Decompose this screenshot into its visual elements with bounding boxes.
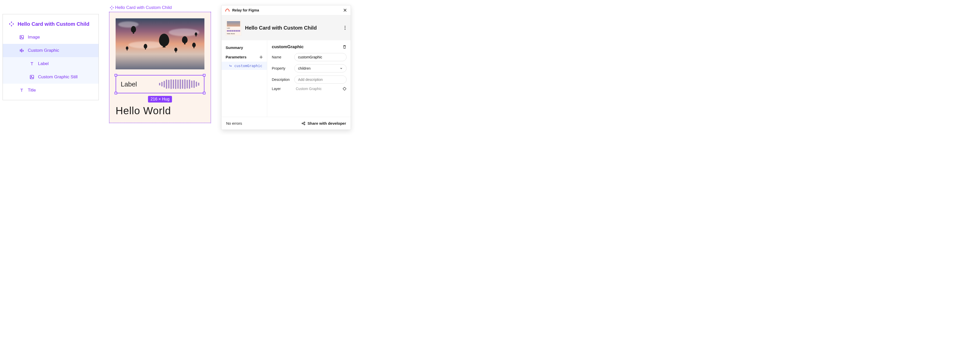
property-label: Property: [272, 66, 292, 70]
parameters-label: Parameters: [226, 55, 247, 59]
target-layer-icon[interactable]: [342, 87, 347, 91]
bars-icon: [19, 48, 24, 53]
svg-rect-14: [113, 7, 114, 8]
property-field-row: Property children: [272, 64, 347, 72]
delete-parameter-icon[interactable]: [342, 45, 347, 49]
layer-item-label[interactable]: Label: [3, 57, 99, 70]
svg-point-18: [343, 87, 346, 90]
plugin-header: Label Hello World Hello Card with Custom…: [221, 15, 351, 40]
add-parameter-icon[interactable]: [259, 55, 263, 59]
selection-handle[interactable]: [203, 92, 205, 94]
component-frame[interactable]: Label 216 × Hug Hello World: [109, 12, 211, 123]
parameter-heading: customGraphic: [272, 44, 304, 49]
status-text: No errors: [226, 121, 242, 126]
subdirectory-arrow-icon: [229, 64, 232, 67]
svg-point-20: [304, 122, 305, 123]
svg-point-17: [345, 29, 345, 30]
svg-rect-0: [11, 22, 12, 23]
thumb-title: Hello World: [227, 33, 240, 35]
layer-label: Custom Graphic: [28, 48, 59, 53]
plugin-titlebar: Relay for Figma: [221, 5, 351, 15]
layer-item-title[interactable]: Title: [3, 84, 99, 97]
name-field-row: Name: [272, 53, 347, 61]
custom-graphic-layer-selected[interactable]: Label 216 × Hug: [116, 75, 204, 93]
plugin-left-pane: Summary Parameters customGraphic: [221, 40, 267, 117]
svg-rect-1: [11, 25, 12, 26]
image-icon: [29, 75, 35, 79]
description-input[interactable]: [294, 75, 347, 84]
svg-point-16: [345, 27, 345, 28]
frame-label-text: Hello Card with Custom Child: [115, 5, 172, 10]
layer-value: Custom Graphic: [296, 87, 321, 91]
layer-field-row: Layer Custom Graphic: [272, 87, 347, 91]
svg-point-15: [345, 26, 345, 27]
frame-label[interactable]: Hello Card with Custom Child: [110, 5, 211, 10]
component-icon: [110, 6, 114, 10]
svg-rect-7: [21, 49, 22, 52]
svg-rect-8: [23, 50, 24, 51]
image-layer[interactable]: [116, 18, 204, 69]
share-icon: [301, 121, 305, 126]
text-icon: [29, 61, 35, 66]
svg-rect-6: [20, 49, 21, 51]
more-menu-icon[interactable]: [344, 25, 347, 31]
image-icon: [19, 35, 24, 40]
share-with-developer-button[interactable]: Share with developer: [301, 121, 346, 126]
component-thumbnail: Label Hello World: [226, 20, 242, 36]
svg-rect-3: [13, 23, 14, 25]
description-field-row: Description: [272, 75, 347, 84]
layer-label: Title: [28, 88, 36, 93]
parameter-item-label: customGraphic: [234, 64, 262, 68]
component-icon: [9, 21, 14, 27]
text-icon: [19, 88, 24, 93]
waveform-graphic: [159, 79, 199, 89]
name-label: Name: [272, 55, 292, 59]
plugin-right-pane: customGraphic Name Property children: [267, 40, 351, 117]
title-layer[interactable]: Hello World: [116, 105, 204, 116]
selection-handle[interactable]: [203, 74, 205, 76]
svg-point-5: [21, 36, 21, 37]
svg-rect-12: [111, 8, 112, 10]
property-select[interactable]: children: [294, 64, 347, 72]
svg-point-21: [304, 124, 305, 125]
layer-label: Layer: [272, 87, 292, 91]
summary-tab[interactable]: Summary: [221, 43, 267, 52]
layer-item-custom-graphic-still[interactable]: Custom Graphic Still: [3, 70, 99, 84]
svg-point-19: [302, 123, 303, 124]
plugin-footer: No errors Share with developer: [221, 117, 351, 130]
parameter-item-customgraphic[interactable]: customGraphic: [221, 62, 267, 70]
relay-logo-icon: [225, 8, 230, 13]
layer-component-header[interactable]: Hello Card with Custom Child: [3, 17, 99, 30]
plugin-body: Summary Parameters customGraphic customG…: [221, 40, 351, 117]
description-label: Description: [272, 78, 292, 82]
summary-label: Summary: [226, 45, 243, 50]
layer-header-label: Hello Card with Custom Child: [18, 21, 89, 27]
relay-plugin-panel: Relay for Figma Label Hello World Hello …: [221, 5, 351, 130]
layer-item-custom-graphic[interactable]: Custom Graphic: [3, 44, 99, 57]
svg-rect-11: [111, 6, 112, 7]
svg-rect-13: [110, 7, 111, 8]
selection-dimensions-badge: 216 × Hug: [148, 96, 172, 103]
chevron-down-icon: [340, 67, 343, 70]
layer-label: Label: [38, 61, 49, 66]
name-input[interactable]: [294, 53, 347, 61]
svg-rect-2: [9, 23, 11, 25]
svg-point-10: [31, 76, 32, 77]
close-icon[interactable]: [343, 8, 347, 12]
layer-label: Custom Graphic Still: [38, 75, 78, 79]
layer-item-image[interactable]: Image: [3, 30, 99, 44]
layers-panel: Hello Card with Custom Child Image Custo…: [3, 14, 99, 100]
selection-handle[interactable]: [115, 92, 117, 94]
custom-graphic-label: Label: [121, 80, 137, 88]
canvas: Hello Card with Custom Child Label: [109, 5, 211, 123]
layer-label: Image: [28, 35, 40, 40]
parameters-section[interactable]: Parameters: [221, 52, 267, 62]
property-select-value: children: [298, 66, 310, 70]
share-label: Share with developer: [307, 121, 346, 126]
component-title: Hello Card with Custom Child: [245, 25, 340, 31]
selection-handle[interactable]: [115, 74, 117, 76]
plugin-app-name: Relay for Figma: [232, 8, 259, 12]
thumb-label: Label: [227, 27, 240, 29]
